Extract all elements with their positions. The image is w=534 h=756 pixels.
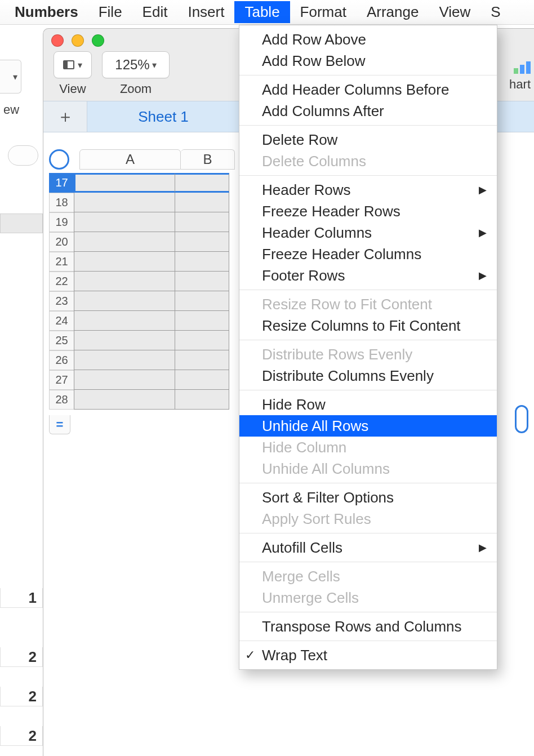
cell[interactable] bbox=[175, 193, 229, 212]
column-header-a[interactable]: A bbox=[79, 149, 181, 170]
cell[interactable] bbox=[175, 390, 229, 410]
bg-row-number[interactable]: 2 bbox=[0, 726, 43, 746]
table-row: 21 bbox=[49, 252, 229, 272]
cell[interactable] bbox=[74, 193, 175, 212]
bg-row-number[interactable]: 2 bbox=[0, 687, 43, 706]
menu-item[interactable]: Wrap Text✓ bbox=[239, 644, 497, 666]
table-selector-handle[interactable] bbox=[49, 149, 69, 170]
cell[interactable] bbox=[74, 370, 175, 390]
row-number[interactable]: 21 bbox=[49, 252, 74, 272]
menu-truncated[interactable]: S bbox=[480, 1, 510, 23]
view-button[interactable]: ▾ bbox=[54, 51, 92, 78]
menu-item[interactable]: Footer Rows▶ bbox=[239, 265, 497, 286]
sheet-tab-active[interactable]: Sheet 1 bbox=[87, 101, 239, 132]
app-name[interactable]: Numbers bbox=[5, 1, 88, 23]
zoom-label: Zoom bbox=[120, 82, 152, 96]
table-row: 22 bbox=[49, 272, 229, 291]
chart-toolbar-fragment[interactable]: hart bbox=[509, 61, 531, 92]
menu-item[interactable]: Freeze Header Rows bbox=[239, 201, 497, 222]
menu-item[interactable]: Hide Row bbox=[239, 394, 497, 415]
cell[interactable] bbox=[175, 272, 229, 291]
menu-item[interactable]: Autofill Cells▶ bbox=[239, 537, 497, 558]
zoom-window-button[interactable] bbox=[92, 34, 104, 47]
row-number[interactable]: 26 bbox=[49, 350, 74, 370]
menu-item: Delete Columns bbox=[239, 150, 497, 172]
cell[interactable] bbox=[74, 390, 175, 410]
menu-item[interactable]: Freeze Header Columns bbox=[239, 243, 497, 265]
menu-item[interactable]: Add Row Above bbox=[239, 29, 497, 50]
row-number[interactable]: 18 bbox=[49, 193, 74, 212]
menu-item: Unmerge Cells bbox=[239, 587, 497, 608]
column-resize-handle[interactable] bbox=[515, 405, 528, 433]
menu-table[interactable]: Table bbox=[234, 1, 290, 23]
row-number[interactable]: 28 bbox=[49, 390, 74, 410]
cell[interactable] bbox=[74, 272, 175, 291]
cell[interactable] bbox=[74, 252, 175, 272]
cell[interactable] bbox=[175, 370, 229, 390]
menu-item[interactable]: Transpose Rows and Columns bbox=[239, 616, 497, 637]
menu-edit[interactable]: Edit bbox=[132, 1, 178, 23]
cell[interactable] bbox=[74, 173, 175, 193]
cell[interactable] bbox=[175, 173, 229, 193]
table-grid: 171819202122232425262728 bbox=[49, 173, 229, 410]
row-number[interactable]: 17 bbox=[49, 173, 74, 193]
cell[interactable] bbox=[74, 212, 175, 232]
menu-item: Hide Column bbox=[239, 437, 497, 458]
window-traffic-lights bbox=[51, 34, 104, 47]
cell[interactable] bbox=[74, 232, 175, 252]
menu-item[interactable]: Sort & Filter Options bbox=[239, 487, 497, 508]
cell[interactable] bbox=[74, 311, 175, 331]
cell[interactable] bbox=[74, 350, 175, 370]
add-sheet-button[interactable]: ＋ bbox=[43, 101, 87, 132]
row-number[interactable]: 22 bbox=[49, 272, 74, 291]
cell[interactable] bbox=[175, 311, 229, 331]
menu-view[interactable]: View bbox=[429, 1, 480, 23]
cell[interactable] bbox=[175, 331, 229, 350]
zoom-button[interactable]: 125% ▾ bbox=[102, 51, 170, 78]
table-row: 28 bbox=[49, 390, 229, 410]
menu-item[interactable]: Resize Columns to Fit Content bbox=[239, 315, 497, 336]
row-number[interactable]: 27 bbox=[49, 370, 74, 390]
table-row: 23 bbox=[49, 291, 229, 311]
row-number[interactable]: 20 bbox=[49, 232, 74, 252]
row-resize-handle[interactable]: = bbox=[49, 415, 70, 434]
column-header-b[interactable]: B bbox=[181, 149, 235, 170]
bg-dropdown-button[interactable]: ▾ bbox=[0, 60, 21, 94]
table-row: 19 bbox=[49, 212, 229, 232]
cell[interactable] bbox=[175, 252, 229, 272]
menu-item[interactable]: Delete Row bbox=[239, 129, 497, 150]
bg-row-number[interactable]: 2 bbox=[0, 647, 43, 667]
menu-arrange[interactable]: Arrange bbox=[357, 1, 429, 23]
bg-row-column: 1 2 2 2 2 bbox=[0, 214, 43, 756]
cell[interactable] bbox=[175, 350, 229, 370]
menu-item[interactable]: Header Rows▶ bbox=[239, 179, 497, 201]
menu-item[interactable]: Header Columns▶ bbox=[239, 222, 497, 243]
row-number[interactable]: 25 bbox=[49, 331, 74, 350]
menu-item[interactable]: Add Columns After bbox=[239, 100, 497, 122]
cell[interactable] bbox=[74, 331, 175, 350]
row-number[interactable]: 24 bbox=[49, 311, 74, 331]
menu-item[interactable]: Add Header Columns Before bbox=[239, 79, 497, 100]
row-number[interactable]: 23 bbox=[49, 291, 74, 311]
row-number[interactable]: 19 bbox=[49, 212, 74, 232]
bg-label-truncated: ew bbox=[0, 103, 23, 117]
cell[interactable] bbox=[175, 212, 229, 232]
bg-formula-pill[interactable] bbox=[8, 145, 38, 166]
menu-item[interactable]: Unhide All Rows bbox=[239, 415, 497, 437]
bg-row-number[interactable]: 1 bbox=[0, 588, 43, 608]
cell[interactable] bbox=[175, 291, 229, 311]
cell[interactable] bbox=[74, 291, 175, 311]
menu-item[interactable]: Distribute Columns Evenly bbox=[239, 365, 497, 386]
menu-item: Apply Sort Rules bbox=[239, 508, 497, 530]
table-row: 24 bbox=[49, 311, 229, 331]
cell[interactable] bbox=[175, 232, 229, 252]
menu-format[interactable]: Format bbox=[290, 1, 357, 23]
close-window-button[interactable] bbox=[51, 34, 64, 47]
menu-item[interactable]: Add Row Below bbox=[239, 50, 497, 72]
table-row: 26 bbox=[49, 350, 229, 370]
table-row: 17 bbox=[49, 173, 229, 193]
menu-file[interactable]: File bbox=[88, 1, 132, 23]
minimize-window-button[interactable] bbox=[72, 34, 84, 47]
view-label: View bbox=[59, 82, 86, 96]
menu-insert[interactable]: Insert bbox=[177, 1, 234, 23]
